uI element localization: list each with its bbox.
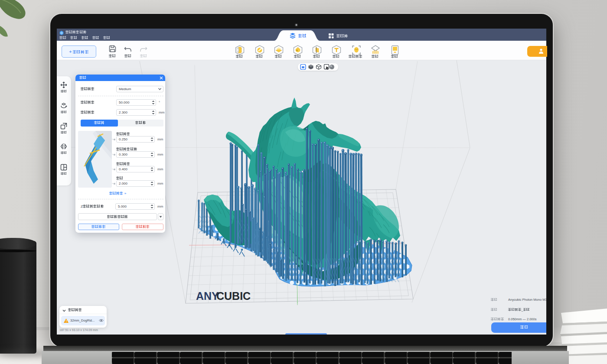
svg-text:CUBIC: CUBIC: [216, 290, 251, 302]
svg-text:ANY: ANY: [196, 290, 219, 302]
